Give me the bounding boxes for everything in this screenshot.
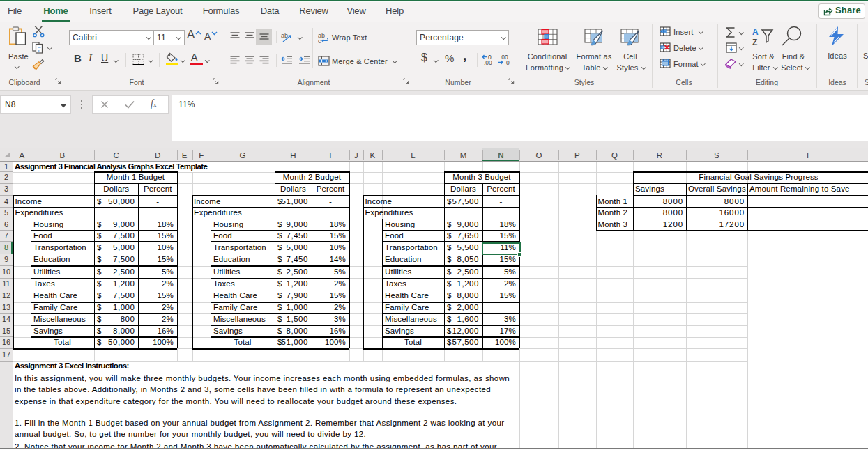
svg-text:c: c	[318, 38, 321, 44]
svg-text:.00: .00	[484, 59, 492, 65]
svg-text:A: A	[752, 27, 759, 37]
svg-text:Z: Z	[752, 38, 757, 47]
svg-text:ab: ab	[281, 32, 288, 39]
svg-text:0: 0	[506, 59, 510, 65]
